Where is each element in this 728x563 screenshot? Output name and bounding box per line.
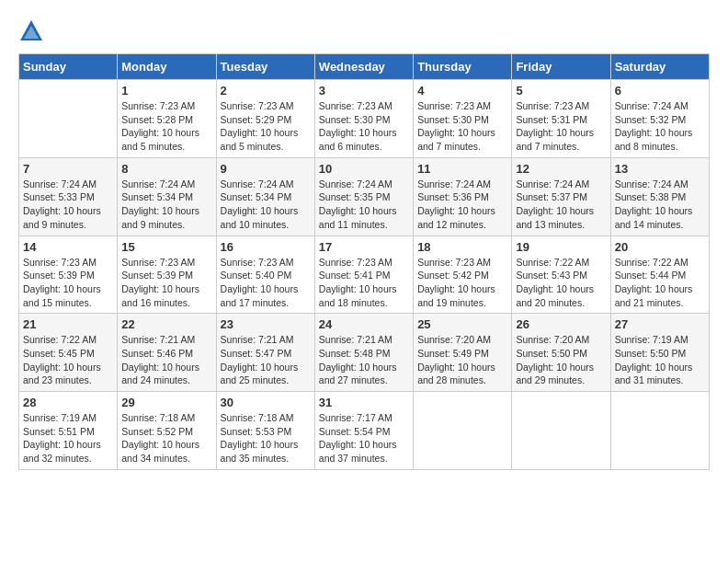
day-info: Sunrise: 7:24 AM Sunset: 5:34 PM Dayligh…: [221, 178, 311, 232]
calendar-cell: 7Sunrise: 7:24 AM Sunset: 5:33 PM Daylig…: [19, 157, 118, 236]
calendar-cell: 10Sunrise: 7:24 AM Sunset: 5:35 PM Dayli…: [314, 157, 413, 236]
calendar-cell: 15Sunrise: 7:23 AM Sunset: 5:39 PM Dayli…: [118, 236, 216, 314]
calendar-cell: 14Sunrise: 7:23 AM Sunset: 5:39 PM Dayli…: [19, 236, 118, 314]
day-number: 26: [516, 317, 606, 331]
calendar-week-row: 21Sunrise: 7:22 AM Sunset: 5:45 PM Dayli…: [19, 314, 710, 392]
day-number: 28: [23, 396, 113, 409]
day-number: 19: [516, 240, 606, 254]
calendar-cell: 1Sunrise: 7:23 AM Sunset: 5:28 PM Daylig…: [118, 80, 216, 158]
calendar-cell: 4Sunrise: 7:23 AM Sunset: 5:30 PM Daylig…: [414, 80, 512, 158]
day-number: 11: [417, 162, 507, 176]
calendar-cell: 6Sunrise: 7:24 AM Sunset: 5:32 PM Daylig…: [610, 80, 709, 158]
day-info: Sunrise: 7:24 AM Sunset: 5:38 PM Dayligh…: [615, 178, 705, 232]
calendar-cell: 9Sunrise: 7:24 AM Sunset: 5:34 PM Daylig…: [216, 157, 314, 236]
day-info: Sunrise: 7:17 AM Sunset: 5:54 PM Dayligh…: [319, 411, 409, 465]
day-info: Sunrise: 7:23 AM Sunset: 5:39 PM Dayligh…: [121, 256, 211, 310]
weekday-header-row: SundayMondayTuesdayWednesdayThursdayFrid…: [19, 54, 710, 80]
calendar-cell: 2Sunrise: 7:23 AM Sunset: 5:29 PM Daylig…: [216, 80, 314, 158]
calendar-cell: [19, 80, 118, 158]
day-info: Sunrise: 7:24 AM Sunset: 5:33 PM Dayligh…: [23, 178, 113, 232]
day-info: Sunrise: 7:18 AM Sunset: 5:53 PM Dayligh…: [221, 411, 311, 465]
day-info: Sunrise: 7:19 AM Sunset: 5:50 PM Dayligh…: [615, 333, 705, 387]
calendar-cell: 24Sunrise: 7:21 AM Sunset: 5:48 PM Dayli…: [314, 314, 413, 392]
day-info: Sunrise: 7:21 AM Sunset: 5:47 PM Dayligh…: [221, 333, 311, 387]
day-number: 30: [221, 396, 311, 409]
weekday-header-thursday: Thursday: [414, 54, 512, 80]
day-number: 5: [516, 84, 606, 98]
calendar-cell: 21Sunrise: 7:22 AM Sunset: 5:45 PM Dayli…: [19, 314, 118, 392]
calendar-cell: 27Sunrise: 7:19 AM Sunset: 5:50 PM Dayli…: [610, 314, 709, 392]
day-number: 6: [615, 84, 705, 98]
day-number: 20: [615, 240, 705, 254]
day-number: 22: [121, 317, 211, 331]
calendar-cell: 17Sunrise: 7:23 AM Sunset: 5:41 PM Dayli…: [314, 236, 413, 314]
day-info: Sunrise: 7:23 AM Sunset: 5:31 PM Dayligh…: [516, 99, 606, 154]
day-number: 15: [121, 240, 211, 254]
calendar-cell: 31Sunrise: 7:17 AM Sunset: 5:54 PM Dayli…: [314, 392, 413, 470]
day-info: Sunrise: 7:22 AM Sunset: 5:44 PM Dayligh…: [615, 256, 705, 310]
day-number: 24: [319, 317, 409, 331]
calendar-cell: 30Sunrise: 7:18 AM Sunset: 5:53 PM Dayli…: [216, 392, 314, 470]
day-info: Sunrise: 7:21 AM Sunset: 5:48 PM Dayligh…: [319, 333, 409, 387]
calendar-cell: 26Sunrise: 7:20 AM Sunset: 5:50 PM Dayli…: [512, 314, 610, 392]
day-number: 7: [23, 162, 113, 176]
calendar-week-row: 28Sunrise: 7:19 AM Sunset: 5:51 PM Dayli…: [19, 392, 710, 470]
calendar-cell: 20Sunrise: 7:22 AM Sunset: 5:44 PM Dayli…: [610, 236, 709, 314]
day-number: 1: [121, 84, 211, 98]
day-info: Sunrise: 7:22 AM Sunset: 5:43 PM Dayligh…: [516, 256, 606, 310]
day-info: Sunrise: 7:23 AM Sunset: 5:30 PM Dayligh…: [319, 99, 409, 154]
calendar-cell: 12Sunrise: 7:24 AM Sunset: 5:37 PM Dayli…: [512, 157, 610, 236]
day-info: Sunrise: 7:23 AM Sunset: 5:29 PM Dayligh…: [221, 99, 311, 154]
calendar-week-row: 1Sunrise: 7:23 AM Sunset: 5:28 PM Daylig…: [19, 80, 710, 158]
day-number: 16: [221, 240, 311, 254]
calendar-cell: [512, 392, 610, 470]
day-number: 31: [319, 396, 409, 409]
day-info: Sunrise: 7:20 AM Sunset: 5:49 PM Dayligh…: [417, 333, 507, 387]
day-number: 12: [516, 162, 606, 176]
day-number: 4: [417, 84, 507, 98]
day-info: Sunrise: 7:24 AM Sunset: 5:32 PM Dayligh…: [615, 99, 705, 154]
day-info: Sunrise: 7:23 AM Sunset: 5:30 PM Dayligh…: [417, 99, 507, 154]
day-number: 8: [121, 162, 211, 176]
day-info: Sunrise: 7:21 AM Sunset: 5:46 PM Dayligh…: [121, 333, 211, 387]
day-info: Sunrise: 7:23 AM Sunset: 5:41 PM Dayligh…: [319, 256, 409, 310]
day-info: Sunrise: 7:23 AM Sunset: 5:42 PM Dayligh…: [417, 256, 507, 310]
calendar-cell: 11Sunrise: 7:24 AM Sunset: 5:36 PM Dayli…: [414, 157, 512, 236]
weekday-header-friday: Friday: [512, 54, 610, 80]
day-info: Sunrise: 7:18 AM Sunset: 5:52 PM Dayligh…: [121, 411, 211, 465]
calendar-cell: [414, 392, 512, 470]
day-number: 9: [221, 162, 311, 176]
day-number: 21: [23, 317, 113, 331]
weekday-header-monday: Monday: [118, 54, 216, 80]
day-info: Sunrise: 7:23 AM Sunset: 5:39 PM Dayligh…: [23, 256, 113, 310]
calendar-cell: 3Sunrise: 7:23 AM Sunset: 5:30 PM Daylig…: [314, 80, 413, 158]
day-number: 29: [121, 396, 211, 409]
weekday-header-wednesday: Wednesday: [314, 54, 413, 80]
calendar-cell: 5Sunrise: 7:23 AM Sunset: 5:31 PM Daylig…: [512, 80, 610, 158]
logo: [18, 18, 48, 44]
logo-icon: [18, 18, 44, 44]
day-number: 27: [615, 317, 705, 331]
calendar-table: SundayMondayTuesdayWednesdayThursdayFrid…: [18, 53, 710, 470]
calendar-cell: 19Sunrise: 7:22 AM Sunset: 5:43 PM Dayli…: [512, 236, 610, 314]
day-info: Sunrise: 7:23 AM Sunset: 5:40 PM Dayligh…: [221, 256, 311, 310]
page-header: [18, 18, 710, 44]
day-info: Sunrise: 7:24 AM Sunset: 5:34 PM Dayligh…: [121, 178, 211, 232]
day-number: 13: [615, 162, 705, 176]
calendar-cell: 8Sunrise: 7:24 AM Sunset: 5:34 PM Daylig…: [118, 157, 216, 236]
day-number: 10: [319, 162, 409, 176]
day-number: 25: [417, 317, 507, 331]
calendar-cell: 25Sunrise: 7:20 AM Sunset: 5:49 PM Dayli…: [414, 314, 512, 392]
weekday-header-saturday: Saturday: [610, 54, 709, 80]
day-info: Sunrise: 7:24 AM Sunset: 5:37 PM Dayligh…: [516, 178, 606, 232]
day-number: 17: [319, 240, 409, 254]
day-info: Sunrise: 7:22 AM Sunset: 5:45 PM Dayligh…: [23, 333, 113, 387]
calendar-cell: 23Sunrise: 7:21 AM Sunset: 5:47 PM Dayli…: [216, 314, 314, 392]
calendar-cell: 22Sunrise: 7:21 AM Sunset: 5:46 PM Dayli…: [118, 314, 216, 392]
day-info: Sunrise: 7:19 AM Sunset: 5:51 PM Dayligh…: [23, 411, 113, 465]
day-info: Sunrise: 7:24 AM Sunset: 5:36 PM Dayligh…: [417, 178, 507, 232]
day-info: Sunrise: 7:20 AM Sunset: 5:50 PM Dayligh…: [516, 333, 606, 387]
day-number: 18: [417, 240, 507, 254]
weekday-header-tuesday: Tuesday: [216, 54, 314, 80]
day-info: Sunrise: 7:24 AM Sunset: 5:35 PM Dayligh…: [319, 178, 409, 232]
